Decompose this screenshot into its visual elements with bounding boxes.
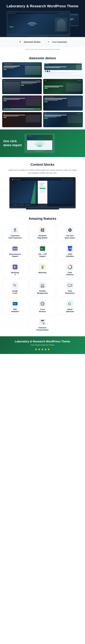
responsive-icon bbox=[66, 282, 74, 289]
content-blocks-heading: Content blocks bbox=[3, 162, 82, 169]
w3c-icon: W3C bbox=[12, 300, 19, 307]
svg-rect-22 bbox=[42, 268, 44, 268]
svg-rect-5 bbox=[43, 228, 44, 230]
feature-color-schemes: ColorSchemes bbox=[57, 261, 83, 278]
svg-text:3: 3 bbox=[70, 248, 71, 249]
woocommerce-icon: Woo bbox=[12, 245, 19, 252]
w3c-title: W3CValidation bbox=[4, 308, 26, 313]
documentation-title: ExtensiveDocumentation bbox=[31, 327, 54, 331]
feature-bootstrap: B Bootstrap5 bbox=[2, 261, 28, 278]
svg-point-19 bbox=[42, 266, 42, 266]
feature-speed: SpeedOptimized bbox=[57, 298, 83, 314]
demo-card-3[interactable] bbox=[2, 79, 42, 94]
css3-icon: CSS 3 bbox=[66, 245, 74, 252]
header-feature-sub: Laboix comes with extremly powerful them… bbox=[0, 47, 85, 52]
page-title: Laboratory & Research WordPress Theme bbox=[6, 4, 80, 8]
feature-w3c: W3C W3CValidation bbox=[2, 298, 28, 314]
svg-point-31 bbox=[71, 286, 72, 286]
one-click-device bbox=[24, 134, 55, 153]
google-fonts-icon: Tt bbox=[12, 282, 19, 289]
elementor-label: Elementor Builder bbox=[24, 41, 41, 43]
feature-elementor: ElementorPage Builder bbox=[30, 224, 56, 241]
one-click-demo-title: One ClickDemo Import bbox=[58, 235, 81, 239]
bootstrap-icon: B bbox=[12, 263, 19, 270]
one-click-text: One click demo import bbox=[3, 139, 22, 147]
content-blocks-description: Laboix has the ability to combine variou… bbox=[8, 169, 77, 174]
svg-text:Aa: Aa bbox=[40, 248, 43, 250]
elementor-page-builder-title: ElementorPage Builder bbox=[31, 235, 54, 239]
one-click-demo-icon bbox=[66, 226, 74, 234]
features-section: CustomizerKirki Framework ElementorPage … bbox=[0, 223, 85, 336]
demo-card-7[interactable] bbox=[2, 112, 42, 127]
cross-browser-title: CrossBrowser bbox=[31, 308, 54, 313]
google-fonts-title: GoogleFonts bbox=[4, 290, 26, 294]
svg-text:★: ★ bbox=[43, 323, 44, 324]
mailchimp-icon bbox=[39, 263, 46, 270]
feature-customizer: CustomizerKirki Framework bbox=[2, 224, 28, 241]
content-blocks-section: Content blocks Laboix has the ability to… bbox=[0, 159, 85, 213]
svg-point-21 bbox=[43, 266, 44, 267]
demo-card-1[interactable] bbox=[2, 62, 42, 78]
feature-rtl: Aa RTL + LTRSupport bbox=[30, 242, 56, 259]
svg-rect-45 bbox=[42, 323, 43, 323]
customizer-title: CustomizerKirki Framework bbox=[4, 235, 26, 239]
svg-text:Tt: Tt bbox=[13, 284, 16, 287]
feature-css3: CSS 3 CSS3Animation bbox=[57, 242, 83, 259]
svg-point-40 bbox=[70, 304, 70, 305]
demos-grid-row-2 bbox=[0, 79, 85, 94]
stars: ★★★★★ bbox=[3, 348, 82, 351]
parallax-icon bbox=[39, 282, 46, 289]
elementor-feature: E Elementor Builder bbox=[18, 40, 41, 44]
rtl-icon: Aa bbox=[39, 245, 46, 252]
cross-browser-icon bbox=[39, 300, 46, 307]
svg-point-23 bbox=[69, 266, 71, 268]
responsive-title: FullyResponsive bbox=[58, 290, 81, 294]
svg-rect-27 bbox=[40, 286, 44, 288]
parallax-title: ParallaxBackgrounds bbox=[31, 290, 54, 294]
feature-mailchimp: Mailchimp bbox=[30, 261, 56, 278]
features-grid: CustomizerKirki Framework ElementorPage … bbox=[2, 224, 83, 333]
feature-one-click: One ClickDemo Import bbox=[57, 224, 83, 241]
bootstrap-title: Bootstrap5 bbox=[4, 272, 26, 276]
feature-parallax: ParallaxBackgrounds bbox=[30, 280, 56, 296]
demos-heading: Awesome demos bbox=[0, 52, 85, 62]
demos-grid-row-3 bbox=[0, 96, 85, 111]
svg-rect-28 bbox=[68, 284, 71, 286]
demos-grid-row-4 bbox=[0, 112, 85, 127]
feature-documentation: ★ ExtensiveDocumentation bbox=[30, 316, 56, 333]
features-heading: Amazing features bbox=[0, 213, 85, 223]
feature-responsive: FullyResponsive bbox=[57, 280, 83, 296]
demo-card-4[interactable] bbox=[43, 79, 83, 94]
rtl-title: RTL + LTRSupport bbox=[31, 253, 54, 258]
svg-rect-6 bbox=[43, 230, 44, 232]
customizer-icon bbox=[12, 226, 19, 234]
svg-text:CSS: CSS bbox=[68, 248, 72, 250]
svg-rect-4 bbox=[41, 228, 42, 232]
color-schemes-icon bbox=[66, 263, 74, 270]
demo-card-2[interactable] bbox=[43, 62, 83, 78]
demo-card-5[interactable] bbox=[2, 96, 42, 111]
demo-card-8[interactable] bbox=[43, 112, 83, 127]
documentation-icon: ★ bbox=[39, 318, 46, 326]
footer-title: Laboratory & Research WordPress Theme bbox=[3, 340, 82, 343]
speed-icon bbox=[66, 300, 74, 307]
woocommerce-title: WoocommerceSupport bbox=[4, 253, 26, 258]
demos-grid-row-1 bbox=[0, 62, 85, 78]
svg-point-1 bbox=[15, 229, 16, 230]
elementor-page-builder-icon bbox=[39, 226, 46, 234]
svg-point-2 bbox=[14, 231, 15, 232]
feature-cross-browser: CrossBrowser bbox=[30, 298, 56, 314]
elementor-icon: E bbox=[18, 40, 23, 44]
one-click-banner: One click demo import bbox=[0, 130, 85, 157]
demo-card-6[interactable] bbox=[43, 96, 83, 111]
live-customizer-label: Live Customizer bbox=[52, 41, 67, 43]
footer: Laboratory & Research WordPress Theme Do… bbox=[0, 336, 85, 354]
mailchimp-title: Mailchimp bbox=[31, 272, 54, 274]
live-customizer-icon: 👁 bbox=[46, 40, 51, 44]
feature-google-fonts: Tt GoogleFonts bbox=[2, 280, 28, 296]
one-click-title: One click demo import bbox=[3, 139, 22, 147]
svg-rect-42 bbox=[41, 320, 44, 321]
footer-sub: Don't Forget to Rate Our Theme bbox=[3, 344, 82, 346]
content-blocks-laptop bbox=[10, 177, 76, 210]
color-schemes-title: ColorSchemes bbox=[58, 272, 81, 276]
